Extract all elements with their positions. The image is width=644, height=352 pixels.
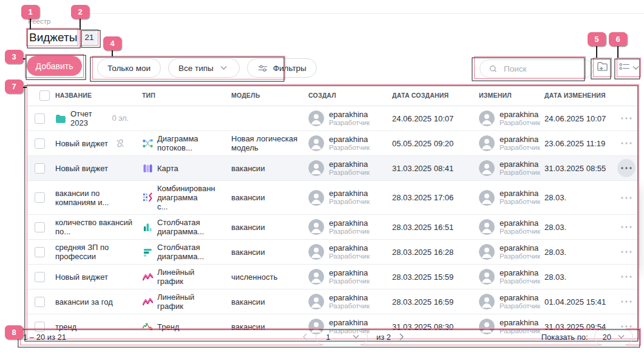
- display-settings-icon: [619, 62, 630, 73]
- add-folder-button[interactable]: [595, 60, 610, 75]
- created-at: 05.05.2025 09:20: [387, 139, 474, 148]
- table-row[interactable]: вакансии за год Линейный график вакансии…: [27, 289, 639, 314]
- row-checkbox[interactable]: [35, 247, 45, 257]
- row-actions-button[interactable]: [617, 317, 636, 336]
- created-at: 24.06.2025 10:07: [387, 114, 474, 123]
- add-button[interactable]: Добавить: [27, 56, 82, 76]
- filters-button[interactable]: Фильтры: [247, 58, 317, 78]
- row-checkbox[interactable]: [35, 192, 45, 203]
- avatar: [308, 190, 324, 206]
- search-icon: [487, 64, 498, 73]
- context-menu-item[interactable]: Редактировать: [566, 208, 639, 228]
- avatar: [308, 135, 324, 151]
- avatar: [479, 244, 495, 260]
- widget-name: вакансии за год: [55, 297, 113, 306]
- header-divider: [85, 13, 644, 14]
- map-icon: [142, 164, 153, 173]
- table-row[interactable]: Новый виджет Линейный график численность…: [27, 265, 639, 289]
- row-checkbox[interactable]: [35, 222, 45, 232]
- row-actions-button[interactable]: [617, 159, 636, 177]
- table-row[interactable]: Отчет 2023 0 эл. eparakhina Разработчик …: [27, 106, 639, 131]
- table-row[interactable]: вакансии по компаниям и... Комбинированн…: [27, 181, 639, 215]
- modified-at: 24.06.2025 10:07: [540, 114, 612, 123]
- modified-by-role: Разработчик: [500, 277, 540, 285]
- context-menu-item[interactable]: Удалить: [566, 248, 639, 268]
- created-by-name: eparakhina: [329, 110, 370, 119]
- chevron-left-icon[interactable]: [302, 333, 307, 340]
- chevron-right-icon[interactable]: [399, 333, 404, 340]
- row-checkbox[interactable]: [35, 322, 45, 332]
- created-at: 28.03.2025 16:59: [387, 297, 474, 306]
- widget-name: Новый виджет: [55, 272, 108, 282]
- table-row[interactable]: Новый виджет Карта вакансии eparakhina Р…: [27, 156, 639, 181]
- table-header-row: НАЗВАНИЕ ТИП МОДЕЛЬ СОЗДАЛ ДАТА СОЗДАНИЯ…: [27, 85, 639, 106]
- display-settings-button[interactable]: [619, 60, 639, 75]
- created-by-name: eparakhina: [329, 269, 370, 277]
- page-select[interactable]: 1: [316, 328, 368, 345]
- widget-model: численность: [226, 272, 303, 282]
- table-row[interactable]: количество вакансий по... Столбчатая диа…: [27, 215, 639, 240]
- row-actions-button[interactable]: [617, 293, 636, 311]
- widget-type: Комбинированн диаграмма с...: [157, 184, 209, 211]
- created-by-name: eparakhina: [329, 319, 370, 327]
- add-folder-icon: [597, 61, 609, 75]
- table-row[interactable]: тренд Тренд вакансии eparakhina Разработ…: [27, 314, 639, 339]
- widget-model: вакансии: [226, 297, 303, 306]
- context-menu-item[interactable]: Клонировать: [566, 228, 639, 248]
- column-header-model: МОДЕЛЬ: [226, 92, 303, 99]
- chevron-down-icon: [350, 334, 361, 339]
- row-checkbox[interactable]: [35, 163, 45, 174]
- line-icon: [142, 272, 153, 281]
- created-by-name: eparakhina: [329, 160, 370, 169]
- only-mine-button[interactable]: Только мои: [97, 58, 161, 78]
- row-checkbox[interactable]: [35, 113, 45, 124]
- all-types-dropdown[interactable]: Все типы: [168, 58, 240, 78]
- annotation-badge-6: 6: [609, 32, 627, 46]
- row-checkbox[interactable]: [35, 138, 45, 149]
- created-by-name: eparakhina: [329, 219, 370, 228]
- annotation-badge-7: 7: [5, 80, 23, 93]
- annotation-badge-1: 1: [21, 5, 39, 19]
- modified-at: 01.04.2025 15:41: [540, 297, 612, 306]
- page-title: Виджеты: [29, 31, 77, 44]
- modified-by-role: Разработчик: [500, 198, 540, 206]
- widget-type: Диаграмма потоков...: [157, 134, 209, 152]
- row-actions-button[interactable]: [617, 109, 636, 127]
- select-all-checkbox[interactable]: [39, 90, 50, 101]
- annotation-badge-8: 8: [5, 325, 23, 339]
- modified-by-name: eparakhina: [500, 135, 540, 144]
- created-at: 28.03.2025 16:28: [387, 248, 474, 257]
- avatar: [308, 244, 324, 260]
- avatar: [308, 219, 324, 235]
- table-row[interactable]: Новый виджет Диаграмма потоков... Новая …: [27, 131, 639, 156]
- modified-by-name: eparakhina: [500, 160, 540, 169]
- widget-name: тренд: [55, 322, 76, 331]
- row-context-menu: ОткрытьРедактироватьКлонироватьУдалить: [566, 183, 639, 272]
- avatar: [308, 269, 324, 285]
- row-actions-button[interactable]: [617, 134, 636, 152]
- modified-by-name: eparakhina: [500, 269, 540, 277]
- annotation-badge-2: 2: [71, 5, 89, 19]
- widget-name: Отчет 2023: [70, 109, 108, 127]
- row-checkbox[interactable]: [35, 297, 45, 307]
- avatar: [308, 294, 324, 310]
- per-page-select[interactable]: 20: [594, 328, 633, 345]
- annotation-badge-3: 3: [5, 50, 23, 64]
- sankey-icon: [142, 138, 153, 149]
- modified-by-role: Разработчик: [500, 252, 540, 260]
- search-box[interactable]: [480, 59, 594, 78]
- created-at: 31.03.2025 08:41: [387, 164, 474, 173]
- modified-by-name: eparakhina: [500, 319, 540, 327]
- table-row[interactable]: средняя ЗП по профессии Столбчатая диагр…: [27, 240, 639, 265]
- column-header-modified-by: ИЗМЕНИЛ: [474, 92, 540, 99]
- widget-type: Линейный график: [157, 268, 209, 286]
- avatar: [479, 110, 495, 126]
- row-checkbox[interactable]: [35, 272, 45, 282]
- filter-icon: [257, 64, 268, 72]
- modified-by-name: eparakhina: [500, 294, 540, 302]
- unlink-icon: [115, 138, 125, 148]
- column-header-name: НАЗВАНИЕ: [50, 92, 137, 99]
- widget-type: Столбчатая диаграмма...: [157, 218, 209, 236]
- modified-by-name: eparakhina: [500, 110, 540, 119]
- context-menu-item[interactable]: Открыть: [566, 188, 639, 208]
